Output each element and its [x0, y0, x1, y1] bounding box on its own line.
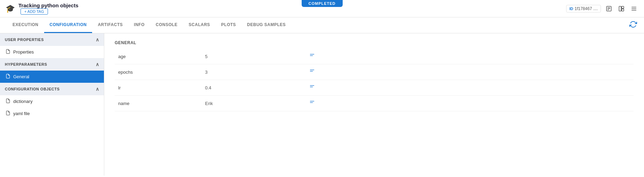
- sidebar-section-configuration-objects[interactable]: CONFIGURATION OBJECTS ∧: [0, 83, 104, 95]
- tab-info[interactable]: INFO: [128, 17, 150, 33]
- sidebar-item-properties[interactable]: Properties: [0, 46, 104, 58]
- content-area: GENERAL age 5 epochs 3 lr 0: [104, 33, 644, 176]
- sidebar-item-yaml-file[interactable]: yaml file: [0, 107, 104, 120]
- chevron-up-icon: ∧: [96, 37, 99, 42]
- row-value: 3: [202, 64, 306, 80]
- file-icon-4: [6, 111, 10, 116]
- document-view-button[interactable]: [604, 4, 613, 13]
- properties-label: Properties: [13, 49, 34, 55]
- chevron-up-icon-3: ∧: [96, 86, 99, 92]
- row-value: 0.4: [202, 80, 306, 96]
- tab-execution[interactable]: EXECUTION: [7, 17, 44, 33]
- user-properties-label: USER PROPERTIES: [5, 38, 44, 42]
- config-table: age 5 epochs 3 lr 0.4: [115, 49, 634, 111]
- row-menu[interactable]: [306, 49, 634, 64]
- sidebar-item-general[interactable]: General: [0, 71, 104, 83]
- app-logo-icon: 🎓: [6, 4, 15, 13]
- id-badge: ID 1f178467 ....: [566, 5, 601, 13]
- app-title: Tracking python objects: [18, 2, 79, 8]
- row-key: age: [115, 49, 202, 64]
- configuration-objects-label: CONFIGURATION OBJECTS: [5, 87, 60, 91]
- general-label: General: [13, 74, 29, 79]
- svg-rect-5: [622, 6, 624, 8]
- tab-debug-samples[interactable]: DEBUG SAMPLES: [242, 17, 291, 33]
- top-bar-left: 🎓 Tracking python objects + ADD TAG: [6, 2, 79, 15]
- file-icon: [6, 49, 10, 55]
- id-label: ID: [569, 7, 573, 11]
- table-row: lr 0.4: [115, 80, 634, 96]
- row-key: name: [115, 96, 202, 111]
- sidebar-section-user-properties[interactable]: USER PROPERTIES ∧: [0, 33, 104, 46]
- sidebar-item-dictionary[interactable]: dictionary: [0, 95, 104, 107]
- row-menu[interactable]: [306, 64, 634, 80]
- yaml-file-label: yaml file: [13, 111, 30, 116]
- file-icon-3: [6, 98, 10, 104]
- file-icon-2: [6, 74, 10, 80]
- row-key: epochs: [115, 64, 202, 80]
- section-title: GENERAL: [115, 40, 634, 45]
- tab-scalars[interactable]: SCALARS: [183, 17, 216, 33]
- sidebar-section-hyperparameters[interactable]: HYPERPARAMETERS ∧: [0, 58, 104, 71]
- table-row: age 5: [115, 49, 634, 64]
- row-menu[interactable]: [306, 96, 634, 111]
- chevron-up-icon-2: ∧: [96, 62, 99, 67]
- top-bar-right: ID 1f178467 ....: [566, 4, 638, 13]
- app-title-group: Tracking python objects + ADD TAG: [18, 2, 79, 15]
- add-tag-button[interactable]: + ADD TAG: [21, 8, 48, 15]
- refresh-icon[interactable]: [629, 21, 637, 30]
- sidebar: USER PROPERTIES ∧ Properties HYPERPARAME…: [0, 33, 104, 176]
- top-bar: 🎓 Tracking python objects + ADD TAG COMP…: [0, 0, 644, 17]
- row-value: Erik: [202, 96, 306, 111]
- id-value: 1f178467 ....: [574, 6, 598, 11]
- main-layout: USER PROPERTIES ∧ Properties HYPERPARAME…: [0, 33, 644, 176]
- more-menu-button[interactable]: [629, 4, 638, 13]
- row-value: 5: [202, 49, 306, 64]
- svg-rect-4: [619, 6, 621, 11]
- nav-tabs: EXECUTION CONFIGURATION ARTIFACTS INFO C…: [0, 17, 644, 33]
- layout-button[interactable]: [617, 4, 626, 13]
- dictionary-label: dictionary: [13, 99, 33, 104]
- tab-artifacts[interactable]: ARTIFACTS: [92, 17, 128, 33]
- svg-rect-6: [622, 9, 624, 11]
- row-menu[interactable]: [306, 80, 634, 96]
- tab-configuration[interactable]: CONFIGURATION: [44, 17, 92, 33]
- tab-plots[interactable]: PLOTS: [215, 17, 242, 33]
- table-row: name Erik: [115, 96, 634, 111]
- row-key: lr: [115, 80, 202, 96]
- table-row: epochs 3: [115, 64, 634, 80]
- hyperparameters-label: HYPERPARAMETERS: [5, 62, 47, 66]
- completed-badge: COMPLETED: [301, 0, 342, 7]
- tab-console[interactable]: CONSOLE: [150, 17, 183, 33]
